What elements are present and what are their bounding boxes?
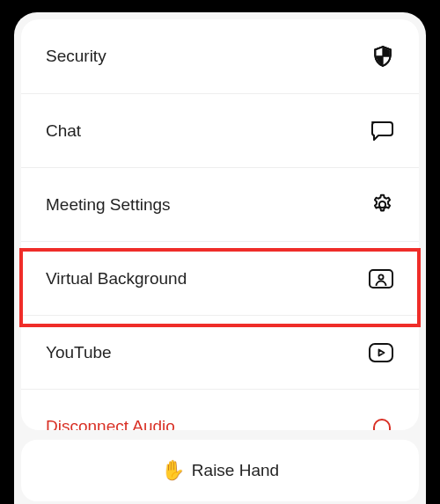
gear-icon: [368, 193, 394, 216]
menu-item-chat[interactable]: Chat: [21, 93, 419, 167]
menu-item-label: Meeting Settings: [46, 195, 368, 215]
raise-hand-button[interactable]: ✋ Raise Hand: [21, 440, 419, 501]
menu-item-label: Security: [46, 47, 368, 66]
shield-icon: [368, 45, 394, 68]
menu-item-disconnect-audio[interactable]: Disconnect Audio: [21, 389, 419, 430]
menu-item-label: Virtual Background: [46, 269, 368, 289]
raise-hand-icon: ✋: [161, 459, 185, 482]
svg-point-2: [379, 201, 385, 208]
person-frame-icon: [368, 268, 394, 289]
svg-point-4: [378, 274, 383, 279]
svg-rect-5: [370, 344, 392, 362]
raise-hand-label: Raise Hand: [192, 461, 279, 480]
headphone-off-icon: [368, 415, 394, 431]
menu-item-youtube[interactable]: YouTube: [21, 315, 419, 389]
chat-icon: [368, 120, 394, 142]
action-sheet: Security: [14, 12, 426, 504]
play-rect-icon: [368, 342, 394, 363]
menu-item-security[interactable]: Security: [21, 19, 419, 93]
menu-item-meeting-settings[interactable]: Meeting Settings: [21, 167, 419, 241]
options-panel: Security: [21, 19, 419, 430]
menu-item-label: YouTube: [46, 343, 368, 362]
menu-item-virtual-background[interactable]: Virtual Background: [21, 241, 419, 315]
menu-item-label: Chat: [46, 121, 368, 141]
menu-item-label: Disconnect Audio: [46, 417, 368, 431]
